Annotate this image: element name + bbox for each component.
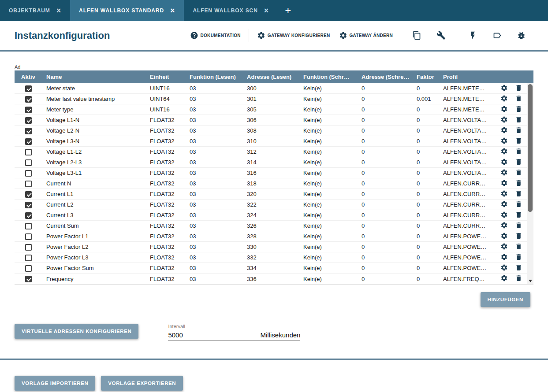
gateway-configure-button[interactable]: GATEWAY KONFIGURIEREN (253, 31, 335, 40)
row-delete-button[interactable] (511, 274, 526, 283)
aktiv-checkbox[interactable] (25, 170, 32, 177)
tag-icon (492, 31, 502, 40)
row-settings-button[interactable] (497, 137, 511, 146)
settings-icon (500, 84, 508, 93)
aktiv-checkbox[interactable] (25, 233, 32, 240)
cell-funktion-schreiben: Kein(e) (299, 244, 357, 250)
row-delete-button[interactable] (511, 222, 526, 230)
aktiv-checkbox[interactable] (25, 181, 32, 187)
row-delete-button[interactable] (511, 105, 526, 114)
aktiv-checkbox[interactable] (25, 276, 32, 282)
aktiv-checkbox[interactable] (25, 212, 32, 219)
row-delete-button[interactable] (511, 148, 526, 156)
bug-icon (517, 31, 526, 40)
row-delete-button[interactable] (511, 95, 526, 104)
cell-funktion-schreiben: Kein(e) (299, 201, 357, 208)
aktiv-checkbox[interactable] (25, 191, 32, 198)
interval-input[interactable] (168, 330, 260, 340)
row-delete-button[interactable] (511, 84, 526, 93)
toolbar-divider (457, 29, 457, 42)
copy-button[interactable] (412, 31, 421, 40)
virtual-addresses-button[interactable]: VIRTUELLE ADRESSEN KONFIGURIEREN (15, 324, 138, 339)
cell-funktion-schreiben: Kein(e) (299, 180, 357, 187)
add-button[interactable]: HINZUFÜGEN (481, 292, 530, 307)
tag-button[interactable] (492, 31, 502, 40)
cell-faktor: 0 (412, 148, 439, 155)
cell-funktion-schreiben: Kein(e) (299, 106, 357, 113)
row-settings-button[interactable] (497, 148, 511, 156)
scrollbar[interactable] (527, 83, 533, 284)
row-delete-button[interactable] (511, 264, 526, 273)
row-delete-button[interactable] (511, 116, 526, 125)
row-settings-button[interactable] (497, 253, 511, 262)
row-delete-button[interactable] (511, 243, 526, 251)
cell-adresse-lesen: 300 (242, 85, 299, 92)
close-icon[interactable]: × (264, 7, 269, 15)
aktiv-checkbox[interactable] (25, 117, 32, 124)
cell-funktion-lesen: 03 (185, 201, 242, 208)
cell-adresse-lesen: 334 (242, 265, 299, 271)
aktiv-checkbox[interactable] (25, 244, 32, 251)
row-settings-button[interactable] (497, 126, 511, 135)
close-icon[interactable]: × (170, 7, 175, 15)
row-delete-button[interactable] (511, 179, 526, 188)
table-row: Meter last value timestampUINT6403301Kei… (15, 94, 533, 104)
row-settings-button[interactable] (497, 84, 511, 93)
row-delete-button[interactable] (511, 232, 526, 241)
aktiv-checkbox[interactable] (25, 138, 32, 145)
row-settings-button[interactable] (497, 222, 511, 230)
aktiv-checkbox[interactable] (25, 85, 32, 92)
aktiv-checkbox[interactable] (25, 159, 32, 166)
documentation-button[interactable]: DOKUMENTATION (186, 31, 245, 40)
bug-button[interactable] (517, 31, 526, 40)
row-delete-button[interactable] (511, 169, 526, 178)
row-settings-button[interactable] (497, 264, 511, 273)
aktiv-checkbox[interactable] (25, 149, 32, 155)
row-settings-button[interactable] (497, 179, 511, 188)
aktiv-checkbox[interactable] (25, 265, 32, 272)
gateway-change-button[interactable]: GATEWAY ÄNDERN (335, 31, 397, 40)
tab-alfen-wallbox-standard[interactable]: ALFEN WALLBOX STANDARD × (70, 0, 184, 21)
delete-icon (515, 211, 522, 220)
export-template-button[interactable]: VORLAGE EXPORTIEREN (101, 376, 183, 391)
row-settings-button[interactable] (497, 200, 511, 209)
row-settings-button[interactable] (497, 169, 511, 178)
cell-faktor: 0 (412, 106, 439, 113)
tab-alfen-wallbox-scn[interactable]: ALFEN WALLBOX SCN × (184, 0, 278, 21)
aktiv-checkbox[interactable] (25, 107, 32, 113)
row-settings-button[interactable] (497, 95, 511, 104)
aktiv-checkbox[interactable] (25, 96, 32, 103)
aktiv-checkbox[interactable] (25, 255, 32, 261)
row-delete-button[interactable] (511, 190, 526, 199)
row-settings-button[interactable] (497, 211, 511, 220)
row-delete-button[interactable] (511, 200, 526, 209)
row-settings-button[interactable] (497, 105, 511, 114)
row-settings-button[interactable] (497, 232, 511, 241)
cell-funktion-lesen: 03 (185, 244, 242, 250)
row-delete-button[interactable] (511, 158, 526, 167)
aktiv-checkbox[interactable] (25, 202, 32, 208)
close-icon[interactable]: × (56, 7, 61, 15)
row-delete-button[interactable] (511, 126, 526, 135)
add-tab-button[interactable]: + (278, 0, 298, 21)
row-delete-button[interactable] (511, 211, 526, 220)
row-settings-button[interactable] (497, 116, 511, 125)
tab-objektbaum[interactable]: OBJEKTBAUM × (0, 0, 70, 21)
import-template-button[interactable]: VORLAGE IMPORTIEREN (15, 376, 95, 391)
row-settings-button[interactable] (497, 243, 511, 251)
scroll-down-button[interactable] (527, 278, 533, 284)
row-delete-button[interactable] (511, 253, 526, 262)
row-settings-button[interactable] (497, 158, 511, 167)
wrench-button[interactable] (436, 31, 446, 40)
row-settings-button[interactable] (497, 274, 511, 283)
column-header-profil: Profil (439, 74, 497, 80)
row-settings-button[interactable] (497, 190, 511, 199)
row-delete-button[interactable] (511, 137, 526, 146)
cell-profil: ALFEN.CURR… (439, 180, 497, 187)
scrollbar-thumb[interactable] (528, 84, 533, 212)
page-header: Instanzkonfiguration DOKUMENTATION GATEW… (0, 21, 548, 50)
lightning-button[interactable] (468, 31, 477, 40)
aktiv-checkbox[interactable] (25, 128, 32, 134)
aktiv-checkbox[interactable] (25, 223, 32, 229)
table-body: Meter stateUINT1603300Kein(e)00ALFEN.MET… (15, 83, 533, 284)
